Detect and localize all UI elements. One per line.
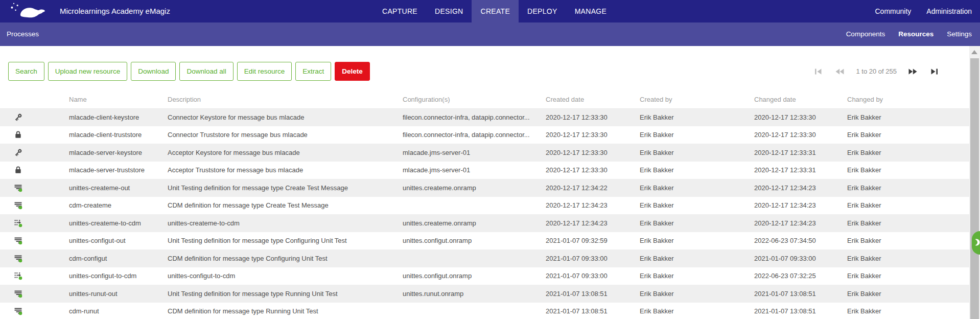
cell-changed_by: Erik Bakker xyxy=(847,214,969,232)
cell-description: CDM definition for message type Create T… xyxy=(168,197,403,215)
table-row-unittes-createme-out[interactable]: unittes-createme-outUnit Testing definit… xyxy=(0,179,969,197)
cell-description: Acceptor Keystore for message bus mlacad… xyxy=(168,144,403,162)
delete-button[interactable]: Delete xyxy=(335,62,370,81)
table-row-cdm-createme[interactable]: cdm-createmeCDM definition for message t… xyxy=(0,197,969,215)
cell-name: unittes-createme-out xyxy=(69,179,168,197)
message-definition-icon xyxy=(14,254,22,263)
cell-changed_by: Erik Bakker xyxy=(847,249,969,267)
cell-description: Unit Testing definition for message type… xyxy=(168,285,403,303)
cell-name: mlacade-client-keystore xyxy=(69,108,168,126)
cell-changed_date: 2020-12-17 12:34:23 xyxy=(754,179,847,197)
main-nav-tab-manage[interactable]: MANAGE xyxy=(566,0,615,22)
cell-created_date: 2021-01-07 13:08:51 xyxy=(546,303,640,319)
main-nav-tab-deploy[interactable]: DEPLOY xyxy=(519,0,566,22)
table-row-mlacade-server-keystore[interactable]: mlacade-server-keystoreAcceptor Keystore… xyxy=(0,144,969,162)
cell-changed_date: 2022-06-23 07:34:50 xyxy=(754,232,847,250)
quick-action-tab[interactable] xyxy=(972,231,980,255)
cell-changed_date: 2020-12-17 12:34:23 xyxy=(754,197,847,215)
table-row-mlacade-client-keystore[interactable]: mlacade-client-keystoreConnector Keystor… xyxy=(0,108,969,126)
cell-changed_date: 2021-01-07 13:08:51 xyxy=(754,285,847,303)
pagination: 1 to 20 of 255 xyxy=(808,62,945,81)
cell-created_date: 2021-01-07 09:32:59 xyxy=(546,232,640,250)
cell-configurations: unittes.runut.onramp xyxy=(403,285,546,303)
first-page-button[interactable] xyxy=(814,69,822,75)
cell-changed_by: Erik Bakker xyxy=(847,126,969,144)
next-page-button[interactable] xyxy=(908,69,917,75)
cell-configurations: filecon.connector-infra, datapip.connect… xyxy=(403,108,546,126)
column-header-configuration-s-[interactable]: Configuration(s) xyxy=(403,91,546,108)
vertical-scrollbar[interactable] xyxy=(969,46,980,319)
table-row-unittes-configut-to-cdm[interactable]: unittes-configut-to-cdmunittes-configut-… xyxy=(0,267,969,285)
column-header-description[interactable]: Description xyxy=(168,91,403,108)
message-definition-icon xyxy=(14,307,22,315)
message-definition-icon xyxy=(14,236,22,245)
download-button[interactable]: Download xyxy=(131,62,176,81)
cell-changed_date: 2021-01-07 13:08:51 xyxy=(754,303,847,319)
cell-created_by: Erik Bakker xyxy=(640,179,754,197)
message-definition-icon xyxy=(14,201,22,210)
cell-created_date: 2021-01-07 09:33:00 xyxy=(546,249,640,267)
main-nav-tab-design[interactable]: DESIGN xyxy=(426,0,472,22)
transformation-icon xyxy=(14,219,22,227)
cell-configurations: unittes.createme.onramp xyxy=(403,214,546,232)
edit-resource-button[interactable]: Edit resource xyxy=(237,62,292,81)
table-row-cdm-configut[interactable]: cdm-configutCDM definition for message t… xyxy=(0,249,969,267)
upload-new-resource-button[interactable]: Upload new resource xyxy=(48,62,128,81)
cell-description: Unit Testing definition for message type… xyxy=(168,179,403,197)
cell-configurations xyxy=(403,197,546,215)
cell-created_by: Erik Bakker xyxy=(640,267,754,285)
scroll-up-arrow-icon[interactable] xyxy=(971,50,977,54)
main-nav-tab-capture[interactable]: CAPTURE xyxy=(374,0,426,22)
table-row-unittes-createme-to-cdm[interactable]: unittes-createme-to-cdmunittes-createme-… xyxy=(0,214,969,232)
column-header-changed-by[interactable]: Changed by xyxy=(847,91,969,108)
previous-page-button[interactable] xyxy=(835,69,844,75)
cell-created_by: Erik Bakker xyxy=(640,214,754,232)
column-header-name[interactable]: Name xyxy=(69,91,168,108)
table-row-unittes-configut-out[interactable]: unittes-configut-outUnit Testing definit… xyxy=(0,232,969,250)
last-page-button[interactable] xyxy=(930,69,938,75)
cell-changed_date: 2022-06-23 07:32:25 xyxy=(754,267,847,285)
column-header-created-by[interactable]: Created by xyxy=(640,91,754,108)
main-nav: CAPTUREDESIGNCREATEDEPLOYMANAGE xyxy=(374,0,615,22)
topbar: Microlearnings Academy eMagiz CAPTUREDES… xyxy=(0,0,980,22)
scrollbar-thumb[interactable] xyxy=(970,58,979,319)
column-header-changed-date[interactable]: Changed date xyxy=(754,91,847,108)
cell-created_date: 2020-12-17 12:34:22 xyxy=(546,179,640,197)
cell-name: mlacade-server-truststore xyxy=(69,162,168,179)
download-all-button[interactable]: Download all xyxy=(179,62,233,81)
subnav: Processes ComponentsResourcesSettings xyxy=(0,22,980,46)
cell-configurations: mlacade.jms-server-01 xyxy=(403,162,546,179)
cell-description: Acceptor Truststore for message bus mlac… xyxy=(168,162,403,179)
cell-configurations: mlacade.jms-server-01 xyxy=(403,144,546,162)
cell-description: Connector Keystore for message bus mlaca… xyxy=(168,108,403,126)
cell-name: cdm-runut xyxy=(69,303,168,319)
toolbar: SearchUpload new resourceDownloadDownloa… xyxy=(0,46,969,92)
subnav-tab-settings[interactable]: Settings xyxy=(947,22,972,46)
topbar-right-nav: CommunityAdministration xyxy=(868,0,972,22)
topbar-link-community[interactable]: Community xyxy=(868,0,919,22)
cell-created_by: Erik Bakker xyxy=(640,144,754,162)
subnav-tab-resources[interactable]: Resources xyxy=(898,22,934,46)
table-row-mlacade-server-truststore[interactable]: mlacade-server-truststoreAcceptor Trusts… xyxy=(0,162,969,179)
cell-created_by: Erik Bakker xyxy=(640,285,754,303)
cell-changed_date: 2020-12-17 12:33:30 xyxy=(754,108,847,126)
table-row-cdm-runut[interactable]: cdm-runutCDM definition for message type… xyxy=(0,303,969,319)
search-button[interactable]: Search xyxy=(8,62,44,81)
transformation-icon xyxy=(14,271,22,280)
cell-changed_date: 2021-01-07 09:33:00 xyxy=(754,249,847,267)
subnav-tab-components[interactable]: Components xyxy=(846,22,885,46)
column-header-created-date[interactable]: Created date xyxy=(546,91,640,108)
cell-created_by: Erik Bakker xyxy=(640,108,754,126)
table-row-mlacade-client-truststore[interactable]: mlacade-client-truststoreConnector Trust… xyxy=(0,126,969,144)
cell-description: CDM definition for message type Configur… xyxy=(168,249,403,267)
cell-created_date: 2020-12-17 12:33:30 xyxy=(546,162,640,179)
topbar-link-administration[interactable]: Administration xyxy=(919,0,972,22)
cell-created_date: 2020-12-17 12:34:23 xyxy=(546,197,640,215)
table-row-unittes-runut-out[interactable]: unittes-runut-outUnit Testing definition… xyxy=(0,285,969,303)
main-nav-tab-create[interactable]: CREATE xyxy=(472,0,519,22)
cell-name: cdm-configut xyxy=(69,249,168,267)
emagiz-platypus-logo[interactable] xyxy=(5,1,48,21)
breadcrumb-processes[interactable]: Processes xyxy=(7,22,39,46)
cell-name: mlacade-client-truststore xyxy=(69,126,168,144)
extract-button[interactable]: Extract xyxy=(295,62,331,81)
